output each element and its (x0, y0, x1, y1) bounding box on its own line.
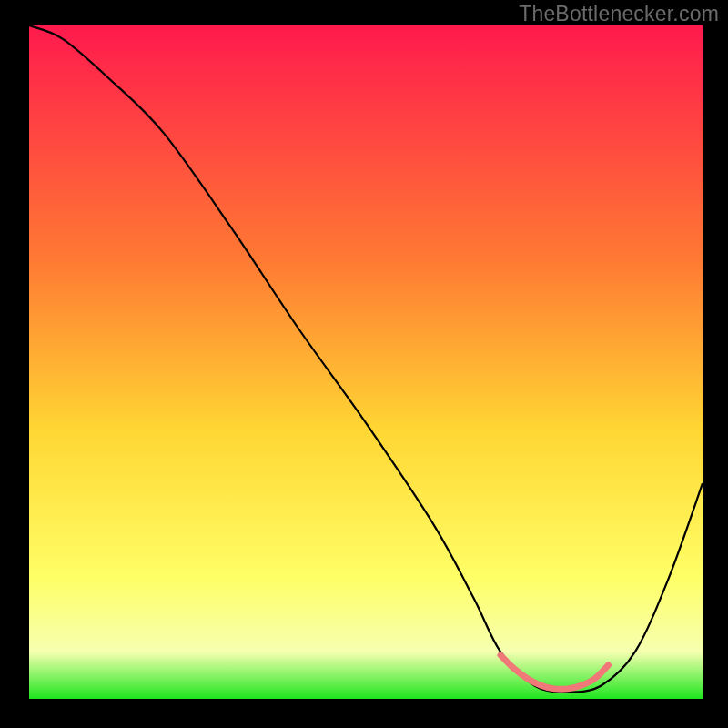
chart-container: TheBottlenecker.com (0, 0, 728, 728)
chart-svg (29, 25, 703, 699)
plot-area (29, 25, 703, 699)
watermark-text: TheBottlenecker.com (519, 2, 719, 26)
gradient-background (29, 25, 703, 699)
